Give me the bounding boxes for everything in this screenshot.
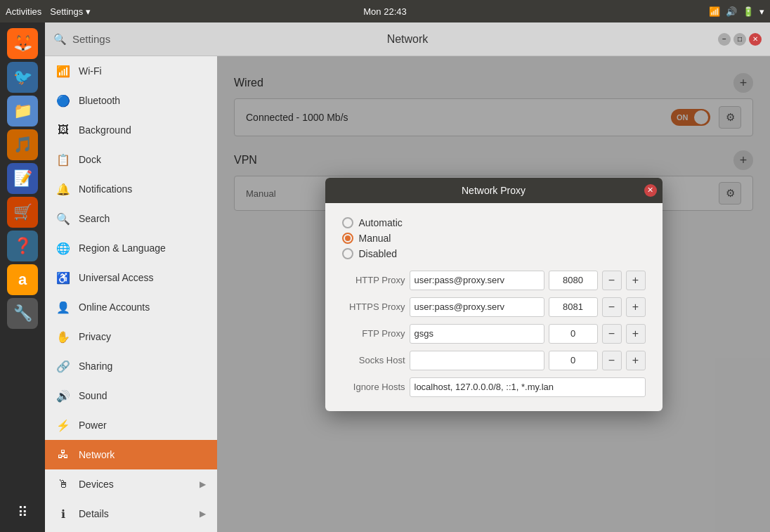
socks-host-row: Socks Host − +	[342, 351, 646, 370]
volume-icon[interactable]: 🔊	[726, 6, 737, 17]
sidebar-item-online-accounts[interactable]: 👤 Online Accounts	[45, 292, 217, 322]
maximize-button[interactable]: □	[733, 33, 746, 46]
settings-menu-arrow: ▾	[86, 6, 91, 17]
modal-body: Automatic Manual D	[325, 203, 663, 411]
sidebar-item-label-wifi: Wi-Fi	[79, 65, 102, 77]
system-menu-icon[interactable]: ▾	[759, 6, 764, 17]
close-button[interactable]: ✕	[749, 33, 762, 46]
radio-manual-label: Manual	[359, 233, 391, 244]
https-proxy-port-input[interactable]	[549, 297, 598, 317]
sidebar-item-privacy[interactable]: ✋ Privacy	[45, 322, 217, 351]
dock-amazon[interactable]: a	[7, 264, 38, 295]
sharing-icon: 🔗	[56, 360, 70, 373]
sidebar-item-bluetooth[interactable]: 🔵 Bluetooth	[45, 86, 217, 115]
sidebar-item-network[interactable]: 🖧 Network	[45, 440, 217, 469]
details-icon: ℹ	[56, 507, 70, 521]
http-proxy-row: HTTP Proxy − +	[342, 271, 646, 290]
ftp-proxy-label: FTP Proxy	[342, 328, 405, 339]
ftp-proxy-port-increase[interactable]: +	[626, 324, 646, 344]
sidebar-item-search[interactable]: 🔍 Search	[45, 204, 217, 233]
main-container: 🦊 🐦 📁 🎵 📝 🛒 ❓ a 🔧 ⠿ 🔍 Settings Network −…	[0, 22, 770, 532]
sidebar-item-background[interactable]: 🖼 Background	[45, 115, 217, 145]
sidebar-search-area: 🔍 Settings	[53, 33, 208, 46]
dock-thunderbird[interactable]: 🐦	[7, 62, 38, 93]
sidebar-item-label-notifications: Notifications	[79, 183, 132, 195]
sidebar-item-sound[interactable]: 🔊 Sound	[45, 381, 217, 410]
radio-disabled[interactable]: Disabled	[342, 248, 646, 259]
settings-menu-button[interactable]: Settings ▾	[50, 6, 91, 17]
dock-files[interactable]: 📁	[7, 96, 38, 126]
radio-automatic[interactable]: Automatic	[342, 217, 646, 228]
socks-port-increase[interactable]: +	[626, 351, 646, 370]
radio-automatic-circle	[342, 217, 353, 228]
socks-port-decrease[interactable]: −	[602, 351, 622, 370]
sidebar-item-wifi[interactable]: 📶 Wi-Fi	[45, 56, 217, 86]
http-proxy-port-decrease[interactable]: −	[602, 271, 622, 290]
ftp-proxy-port-input[interactable]	[549, 324, 598, 344]
sidebar-item-label-search: Search	[79, 213, 110, 224]
modal-title: Network Proxy	[462, 185, 526, 196]
network-status-icon[interactable]: 📶	[709, 6, 720, 17]
sidebar-item-notifications[interactable]: 🔔 Notifications	[45, 174, 217, 204]
sidebar-item-label-sharing: Sharing	[79, 361, 112, 372]
https-proxy-port-increase[interactable]: +	[626, 297, 646, 317]
sidebar-item-label-details: Details	[79, 508, 109, 519]
minimize-button[interactable]: −	[718, 33, 731, 46]
https-proxy-host-input[interactable]	[410, 297, 544, 317]
dock-firefox[interactable]: 🦊	[7, 28, 38, 59]
settings-sidebar: 📶 Wi-Fi 🔵 Bluetooth 🖼 Background 📋 Dock	[45, 56, 217, 532]
sidebar-item-sharing[interactable]: 🔗 Sharing	[45, 351, 217, 381]
details-arrow: ▶	[200, 509, 206, 519]
settings-label: Settings	[72, 33, 110, 45]
http-proxy-port-input[interactable]	[549, 271, 598, 290]
background-icon: 🖼	[56, 124, 70, 136]
socks-port-input[interactable]	[549, 351, 598, 370]
radio-disabled-circle	[342, 248, 353, 259]
dock-tools[interactable]: 🔧	[7, 298, 38, 329]
ignore-hosts-input[interactable]	[410, 377, 646, 397]
ftp-proxy-host-input[interactable]	[410, 324, 544, 344]
radio-manual[interactable]: Manual	[342, 233, 646, 244]
window-controls: − □ ✕	[607, 33, 762, 46]
sidebar-item-label-region: Region & Language	[79, 242, 166, 254]
network-proxy-modal: Network Proxy ✕ Automatic	[325, 178, 663, 411]
sidebar-item-dock[interactable]: 📋 Dock	[45, 145, 217, 174]
sidebar-item-details[interactable]: ℹ Details ▶	[45, 499, 217, 528]
region-icon: 🌐	[56, 242, 70, 255]
sidebar-items-list: 📶 Wi-Fi 🔵 Bluetooth 🖼 Background 📋 Dock	[45, 56, 217, 532]
socks-host-input[interactable]	[410, 351, 544, 370]
sidebar-item-devices[interactable]: 🖱 Devices ▶	[45, 469, 217, 499]
sidebar-item-region[interactable]: 🌐 Region & Language	[45, 233, 217, 263]
modal-overlay: Network Proxy ✕ Automatic	[217, 56, 770, 532]
https-proxy-port-decrease[interactable]: −	[602, 297, 622, 317]
ignore-hosts-label: Ignore Hosts	[342, 382, 405, 392]
dock-help[interactable]: ❓	[7, 231, 38, 261]
dock-icon-item: 📋	[56, 153, 70, 167]
sidebar-item-label-dock: Dock	[79, 154, 101, 165]
sidebar-item-label-universal: Universal Access	[79, 272, 154, 283]
dock-writer[interactable]: 📝	[7, 163, 38, 194]
settings-menu-label: Settings	[50, 6, 83, 17]
bluetooth-icon: 🔵	[56, 94, 70, 108]
http-proxy-host-input[interactable]	[410, 271, 544, 290]
sidebar-item-universal[interactable]: ♿ Universal Access	[45, 263, 217, 292]
sidebar-item-power[interactable]: ⚡ Power	[45, 410, 217, 440]
http-proxy-port-increase[interactable]: +	[626, 271, 646, 290]
http-proxy-label: HTTP Proxy	[342, 275, 405, 285]
sidebar-item-label-power: Power	[79, 420, 107, 431]
https-proxy-row: HTTPS Proxy − +	[342, 297, 646, 317]
app-grid-button[interactable]: ⠿	[18, 504, 28, 521]
dock-music[interactable]: 🎵	[7, 129, 38, 160]
activities-button[interactable]: Activities	[6, 6, 41, 17]
notifications-icon: 🔔	[56, 183, 70, 196]
sidebar-item-label-online-accounts: Online Accounts	[79, 301, 150, 313]
radio-disabled-label: Disabled	[359, 248, 397, 259]
dock-software[interactable]: 🛒	[7, 197, 38, 228]
ftp-proxy-port-decrease[interactable]: −	[602, 324, 622, 344]
radio-manual-dot	[345, 235, 351, 241]
https-proxy-label: HTTPS Proxy	[342, 301, 405, 312]
battery-icon[interactable]: 🔋	[743, 6, 754, 17]
ignore-hosts-row: Ignore Hosts	[342, 377, 646, 397]
modal-header: Network Proxy ✕	[325, 178, 663, 203]
modal-close-button[interactable]: ✕	[644, 184, 657, 197]
